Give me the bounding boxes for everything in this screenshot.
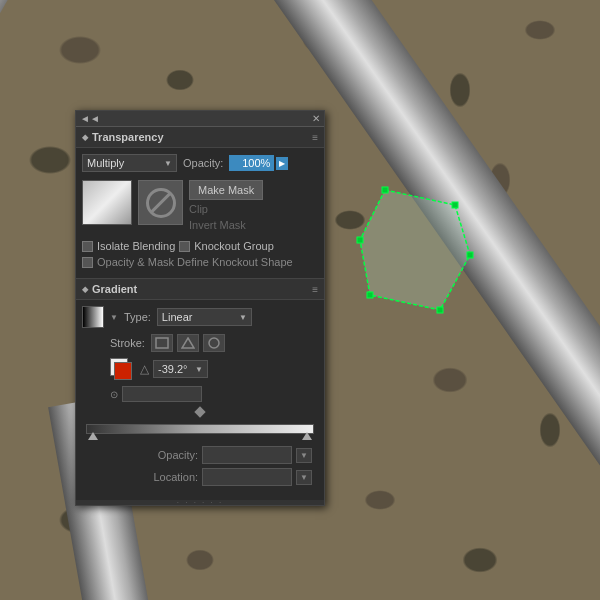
gradient-bar-wrapper — [86, 422, 314, 436]
panel-resize-handle[interactable]: · · · · · · — [76, 500, 324, 505]
svg-rect-1 — [382, 187, 388, 193]
blend-mode-value: Multiply — [87, 157, 124, 169]
knockout-group-checkbox[interactable] — [179, 241, 190, 252]
gradient-arrow-icon: ◆ — [82, 285, 88, 294]
thumbnail-row: Make Mask Clip Invert Mask — [82, 180, 318, 232]
mask-thumbnail — [138, 180, 183, 225]
opacity-label: Opacity: — [183, 157, 223, 169]
stroke-label: Stroke: — [110, 337, 145, 349]
gradient-title: Gradient — [92, 283, 137, 295]
stroke-row: Stroke: — [82, 334, 318, 352]
opacity-input-group: 100% ▶ — [229, 155, 288, 171]
angle-value: -39.2° — [158, 363, 187, 375]
no-mask-icon — [146, 188, 176, 218]
angle-dropdown-arrow-icon: ▼ — [195, 365, 203, 374]
gradient-bar[interactable] — [86, 424, 314, 434]
opacity-field-label: Opacity: — [143, 449, 198, 461]
angle-input[interactable]: -39.2° ▼ — [153, 360, 208, 378]
metal-bar-2 — [0, 0, 62, 598]
resize-dots: · · · · · · — [177, 498, 223, 507]
location-field-row: Location: ▼ — [88, 468, 312, 486]
angle-row: △ -39.2° ▼ — [82, 358, 318, 380]
opacity-field-arrow-icon[interactable]: ▼ — [296, 448, 312, 463]
gradient-diamond-row — [82, 408, 318, 416]
transparency-header-left: ◆ Transparency — [82, 131, 164, 143]
gradient-handle-right[interactable] — [302, 432, 312, 440]
isolate-blending-label: Isolate Blending — [97, 240, 175, 252]
bottom-fields: Opacity: ▼ Location: ▼ — [82, 442, 318, 494]
grad-swatch-wrapper — [110, 358, 132, 380]
gradient-type-row: ▼ Type: Linear ▼ — [82, 306, 318, 328]
location-field-input[interactable] — [202, 468, 292, 486]
gradient-swatch-arrow-icon[interactable]: ▼ — [110, 313, 118, 322]
aspect-icon: ⊙ — [110, 389, 118, 400]
aspect-row: ⊙ — [82, 386, 318, 402]
panel-topbar-left: ◄◄ — [80, 113, 100, 124]
gradient-swatch[interactable] — [82, 306, 104, 328]
gradient-midpoint-handle[interactable] — [194, 406, 205, 417]
svg-point-9 — [209, 338, 219, 348]
location-field-label: Location: — [143, 471, 198, 483]
make-mask-button[interactable]: Make Mask — [189, 180, 263, 200]
svg-rect-7 — [156, 338, 168, 348]
close-icon[interactable]: ✕ — [312, 113, 320, 124]
opacity-mask-checkbox[interactable] — [82, 257, 93, 268]
panel: ◄◄ ✕ ◆ Transparency ≡ Multiply ▼ Opacity… — [75, 110, 325, 506]
gradient-slider-container — [82, 422, 318, 436]
gradient-content: ▼ Type: Linear ▼ Stroke: — [76, 300, 324, 500]
gradient-header-left: ◆ Gradient — [82, 283, 137, 295]
aspect-input[interactable] — [122, 386, 202, 402]
type-value: Linear — [162, 311, 193, 323]
mask-buttons: Make Mask Clip Invert Mask — [189, 180, 263, 232]
location-field-arrow-icon[interactable]: ▼ — [296, 470, 312, 485]
thumb-inner — [83, 181, 131, 224]
type-dropdown[interactable]: Linear ▼ — [157, 308, 252, 326]
transparency-title: Transparency — [92, 131, 164, 143]
invert-mask-label: Invert Mask — [189, 218, 263, 232]
blend-mode-dropdown[interactable]: Multiply ▼ — [82, 154, 177, 172]
stroke-btn-3[interactable] — [203, 334, 225, 352]
svg-rect-4 — [437, 307, 443, 313]
opacity-field-row: Opacity: ▼ — [88, 446, 312, 464]
svg-rect-5 — [367, 292, 373, 298]
opacity-arrow-icon[interactable]: ▶ — [276, 157, 288, 170]
transparency-content: Multiply ▼ Opacity: 100% ▶ Make Mask Cli… — [76, 148, 324, 279]
layer-thumbnail — [82, 180, 132, 225]
collapse-icon[interactable]: ◄◄ — [80, 113, 100, 124]
grad-swatch-red — [114, 362, 132, 380]
knockout-group-label: Knockout Group — [194, 240, 274, 252]
type-dropdown-arrow-icon: ▼ — [239, 313, 247, 322]
gradient-section-header[interactable]: ◆ Gradient ≡ — [76, 279, 324, 300]
isolate-blending-row: Isolate Blending Knockout Group — [82, 240, 318, 252]
blend-mode-row: Multiply ▼ Opacity: 100% ▶ — [82, 154, 318, 172]
transparency-menu-icon[interactable]: ≡ — [312, 132, 318, 143]
opacity-input[interactable]: 100% — [229, 155, 274, 171]
transparency-section-header[interactable]: ◆ Transparency ≡ — [76, 127, 324, 148]
transparency-arrow-icon: ◆ — [82, 133, 88, 142]
opacity-mask-label: Opacity & Mask Define Knockout Shape — [97, 256, 293, 268]
angle-icon: △ — [140, 362, 149, 376]
type-label: Type: — [124, 311, 151, 323]
panel-topbar: ◄◄ ✕ — [76, 111, 324, 127]
svg-rect-6 — [357, 237, 363, 243]
blend-dropdown-arrow-icon: ▼ — [164, 159, 172, 168]
stroke-btn-1[interactable] — [151, 334, 173, 352]
svg-marker-8 — [182, 338, 194, 348]
clip-label: Clip — [189, 202, 263, 216]
gradient-menu-icon[interactable]: ≡ — [312, 284, 318, 295]
stroke-btn-2[interactable] — [177, 334, 199, 352]
gradient-handle-left[interactable] — [88, 432, 98, 440]
isolate-blending-checkbox[interactable] — [82, 241, 93, 252]
opacity-field-input[interactable] — [202, 446, 292, 464]
opacity-mask-row: Opacity & Mask Define Knockout Shape — [82, 256, 318, 268]
